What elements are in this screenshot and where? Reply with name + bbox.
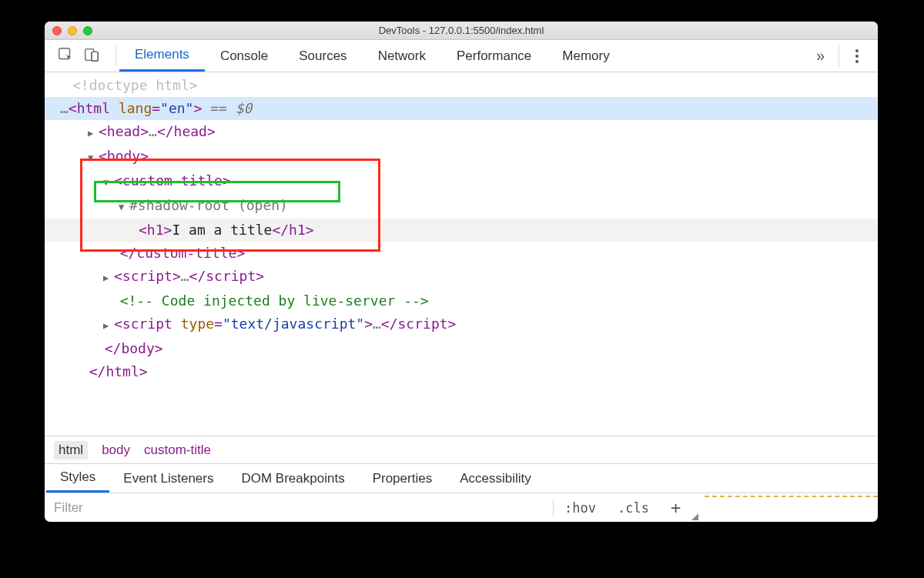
dom-h1[interactable]: <h1>I am a title</h1> — [45, 219, 878, 242]
tab-performance[interactable]: Performance — [441, 40, 547, 72]
expand-arrow-icon[interactable]: ▶ — [88, 122, 97, 145]
subtab-event-listeners[interactable]: Event Listeners — [109, 464, 227, 493]
subtab-properties[interactable]: Properties — [359, 464, 446, 493]
breadcrumb: html body custom-title — [45, 436, 878, 463]
tab-memory[interactable]: Memory — [547, 40, 624, 72]
subtab-dom-breakpoints[interactable]: DOM Breakpoints — [227, 464, 358, 493]
dom-doctype[interactable]: <!doctype html> — [45, 74, 878, 97]
main-toolbar: Elements Console Sources Network Perform… — [45, 40, 878, 72]
toolbar-divider — [116, 45, 116, 67]
collapse-arrow-icon[interactable]: ▼ — [88, 146, 97, 169]
dom-custom-close[interactable]: </custom-title> — [45, 242, 878, 265]
expand-arrow-icon[interactable]: ▶ — [103, 266, 112, 289]
crumb-body[interactable]: body — [102, 443, 130, 458]
collapse-arrow-icon[interactable]: ▼ — [103, 171, 112, 194]
dom-html-close[interactable]: </html> — [45, 360, 878, 383]
settings-kebab-icon[interactable] — [842, 40, 872, 72]
resize-corner-icon[interactable] — [691, 513, 698, 520]
tab-network[interactable]: Network — [363, 40, 441, 72]
window-title: DevTools - 127.0.0.1:5500/index.html — [45, 25, 878, 36]
collapse-arrow-icon[interactable]: ▼ — [119, 195, 128, 219]
dom-script1[interactable]: ▶<script>…</script> — [45, 265, 878, 289]
cls-toggle[interactable]: .cls — [607, 500, 660, 516]
more-tabs-icon[interactable]: » — [805, 40, 835, 72]
subtab-accessibility[interactable]: Accessibility — [446, 464, 545, 493]
subtab-styles[interactable]: Styles — [46, 464, 109, 493]
device-toggle-icon[interactable] — [83, 46, 100, 66]
panel-tabs: Elements Console Sources Network Perform… — [119, 40, 805, 72]
inspect-icon[interactable] — [57, 46, 74, 66]
dom-body-open[interactable]: ▼<body> — [45, 145, 878, 169]
svg-point-5 — [855, 55, 859, 58]
hov-toggle[interactable]: :hov — [554, 500, 607, 516]
dom-custom-open[interactable]: ▼<custom-title> — [45, 169, 878, 194]
dom-html-open[interactable]: …<html lang="en"> == $0 — [45, 97, 878, 120]
svg-rect-2 — [92, 52, 98, 61]
tab-console[interactable]: Console — [205, 40, 283, 72]
tab-elements[interactable]: Elements — [119, 40, 205, 72]
styles-filter-input[interactable] — [45, 493, 553, 522]
dom-tree[interactable]: <!doctype html> …<html lang="en"> == $0 … — [45, 72, 878, 436]
dom-comment[interactable]: <!-- Code injected by live-server --> — [45, 289, 878, 312]
crumb-custom-title[interactable]: custom-title — [144, 443, 211, 458]
tab-sources[interactable]: Sources — [283, 40, 362, 72]
new-style-rule-button[interactable]: + — [660, 498, 691, 517]
toolbar-divider — [839, 45, 839, 67]
styles-filter-bar: :hov .cls + — [45, 493, 878, 522]
dashed-region — [705, 496, 878, 522]
dom-head[interactable]: ▶<head>…</head> — [45, 120, 878, 145]
devtools-window: DevTools - 127.0.0.1:5500/index.html Ele… — [45, 22, 878, 522]
titlebar: DevTools - 127.0.0.1:5500/index.html — [45, 22, 878, 40]
dom-shadow-root[interactable]: ▼#shadow-root (open) — [45, 194, 878, 219]
dom-body-close[interactable]: </body> — [45, 337, 878, 360]
expand-arrow-icon[interactable]: ▶ — [103, 314, 112, 337]
styles-subtabs: Styles Event Listeners DOM Breakpoints P… — [45, 463, 878, 493]
svg-point-6 — [855, 60, 859, 63]
svg-point-4 — [855, 49, 859, 52]
dom-script2[interactable]: ▶<script type="text/javascript">…</scrip… — [45, 312, 878, 337]
crumb-html[interactable]: html — [54, 441, 88, 459]
